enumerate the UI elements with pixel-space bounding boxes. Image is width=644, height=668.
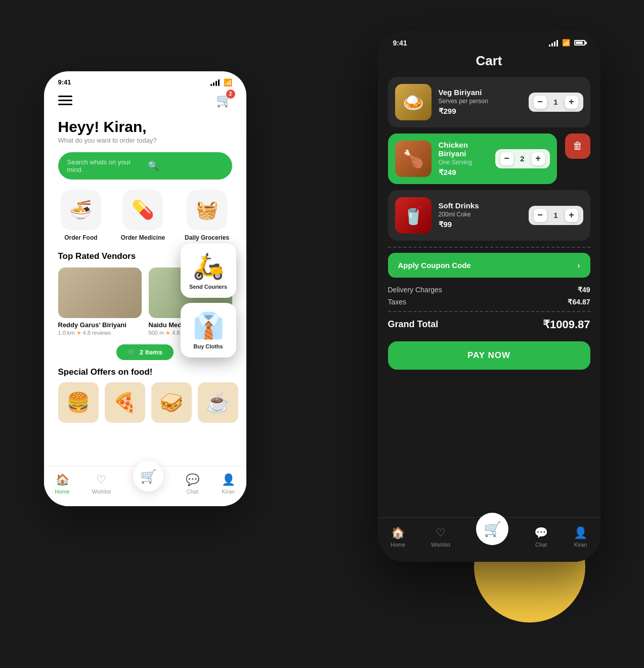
soft-drinks-qty: 1 — [552, 211, 560, 219]
soft-drinks-name: Soft Drinks — [439, 201, 522, 210]
cart-title: Cart — [378, 51, 600, 77]
nav-home-right[interactable]: 🏠 Home — [391, 526, 405, 548]
signal-icon — [210, 79, 220, 86]
status-bar-right: 9:41 📶 — [378, 31, 600, 51]
special-offers-title: Special Offers on food! — [44, 367, 246, 382]
status-icons-left: 📶 — [210, 78, 232, 86]
vendor-card-biriyani[interactable]: Reddy Garus' Biriyani 1.0 km ★ 4.8 revie… — [58, 268, 142, 336]
daily-groceries-icon: 🧺 — [187, 190, 227, 230]
order-food-icon: 🍜 — [61, 190, 101, 230]
category-order-medicine[interactable]: 💊 Order Medicine — [121, 190, 165, 241]
greeting: Heyy! Kiran, What do you want to order t… — [44, 114, 246, 152]
time-left: 9:41 — [58, 78, 71, 86]
order-medicine-label: Order Medicine — [121, 234, 165, 241]
cart-icon[interactable]: 🛒 2 — [216, 93, 232, 108]
nav-profile-right[interactable]: 👤 Kiran — [574, 526, 587, 548]
veg-biriyani-desc: Serves per person — [439, 98, 522, 105]
cart-item-chicken-biriyani: 🍗 Chicken Biriyani One Serving ₹249 − 2 … — [388, 133, 557, 184]
soft-drinks-decrease[interactable]: − — [534, 209, 547, 222]
nav-chat-right[interactable]: 💬 Chat — [534, 526, 548, 548]
veg-biriyani-name: Veg Biriyani — [439, 88, 522, 97]
soft-drinks-increase[interactable]: + — [565, 209, 578, 222]
cart-center-icon: 🛒 — [135, 463, 161, 489]
veg-biriyani-qty: 1 — [552, 98, 560, 106]
heart-icon: ♡ — [96, 473, 106, 486]
nav-wishlist-left[interactable]: ♡ Wishlist — [92, 473, 111, 495]
nav-chat-label-right: Chat — [535, 542, 547, 548]
food-item-sandwich[interactable]: 🥪 — [151, 382, 192, 423]
order-medicine-icon: 💊 — [122, 190, 163, 230]
delivery-charges-row: Delivery Charges ₹49 — [388, 286, 590, 294]
chicken-biriyani-delete[interactable]: 🗑 — [565, 133, 590, 159]
category-daily-groceries[interactable]: 🧺 Daily Groceries — [185, 190, 229, 241]
vendor-meta-biriyani: 1.0 km ★ 4.8 reviews — [58, 330, 142, 336]
delivery-charges-label: Delivery Charges — [388, 286, 442, 294]
chicken-biriyani-price: ₹249 — [439, 168, 488, 177]
wifi-icon-right: 📶 — [562, 39, 570, 47]
coupon-button[interactable]: Apply Coupon Code › — [388, 253, 590, 278]
food-item-pizza[interactable]: 🍕 — [105, 382, 145, 423]
nav-wishlist-label: Wishlist — [92, 488, 111, 495]
vendors-title: Top Rated Vendors — [58, 251, 136, 261]
bottom-nav-left: 🏠 Home ♡ Wishlist 🛒 💬 Chat 👤 Kiran — [44, 466, 246, 506]
heart-icon-right: ♡ — [436, 526, 446, 540]
time-right: 9:41 — [393, 39, 407, 47]
order-food-label: Order Food — [64, 234, 97, 241]
header-left: 🛒 2 — [44, 91, 246, 114]
pay-now-button[interactable]: PAY NOW — [388, 341, 590, 370]
nav-chat-label: Chat — [187, 488, 198, 495]
chat-icon-right: 💬 — [534, 526, 548, 540]
chat-icon-left: 💬 — [186, 473, 199, 486]
veg-biriyani-decrease[interactable]: − — [534, 96, 547, 109]
veg-biriyani-qty-control: − 1 + — [529, 93, 583, 112]
nav-profile-label-right: Kiran — [574, 542, 587, 548]
nav-cart-left[interactable]: 🛒 — [133, 461, 163, 492]
search-bar[interactable]: Search whats on your mind. 🔍 — [58, 152, 232, 180]
soft-drinks-qty-control: − 1 + — [529, 206, 583, 225]
food-item-burger[interactable]: 🍔 — [58, 382, 99, 423]
items-badge[interactable]: 🛒 2 Items — [116, 344, 174, 360]
cart-item-soft-drinks: 🥤 Soft Drinks 200ml Coke ₹99 − 1 + — [388, 190, 590, 241]
grand-total-value: ₹1009.87 — [543, 318, 590, 331]
chicken-biriyani-increase[interactable]: + — [532, 152, 545, 165]
vendor-name-biriyani: Reddy Garus' Biriyani — [58, 321, 142, 329]
cloths-label: Buy Cloths — [193, 343, 223, 349]
veg-biriyani-price: ₹299 — [439, 107, 522, 116]
chicken-biriyani-img: 🍗 — [395, 141, 432, 177]
float-card-cloths[interactable]: 👔 Buy Cloths — [181, 303, 236, 358]
nav-cart-right[interactable]: 🛒 — [476, 513, 508, 545]
soft-drinks-price: ₹99 — [439, 220, 522, 229]
status-icons-right: 📶 — [549, 39, 585, 47]
wifi-icon: 📶 — [224, 78, 232, 86]
vendor-img-biriyani — [58, 268, 142, 318]
nav-home-label: Home — [55, 488, 69, 495]
categories-row: 🍜 Order Food 💊 Order Medicine 🧺 Daily Gr… — [44, 190, 246, 251]
nav-wishlist-label-right: Wishlist — [431, 542, 450, 548]
grand-total-row: Grand Total ₹1009.87 — [388, 318, 590, 331]
food-item-coffee[interactable]: ☕ — [198, 382, 238, 423]
taxes-value: ₹64.87 — [568, 298, 590, 306]
veg-biriyani-increase[interactable]: + — [565, 96, 578, 109]
courier-icon: 🛵 — [193, 251, 224, 281]
category-order-food[interactable]: 🍜 Order Food — [61, 190, 101, 241]
cart-center-icon-right: 🛒 — [478, 515, 506, 543]
nav-profile-left[interactable]: 👤 Kiran — [222, 473, 235, 495]
bottom-nav-right: 🏠 Home ♡ Wishlist 🛒 💬 Chat 👤 Kiran — [378, 517, 600, 562]
divider-1 — [388, 247, 590, 248]
chicken-biriyani-decrease[interactable]: − — [500, 152, 513, 165]
cloths-icon: 👔 — [193, 311, 224, 340]
taxes-label: Taxes — [388, 298, 407, 306]
chicken-biriyani-row: 🍗 Chicken Biriyani One Serving ₹249 − 2 … — [388, 133, 590, 184]
nav-home-left[interactable]: 🏠 Home — [55, 473, 69, 495]
soft-drinks-img: 🥤 — [395, 197, 432, 234]
status-bar-left: 9:41 📶 — [44, 71, 246, 91]
soft-drinks-desc: 200ml Coke — [439, 211, 522, 218]
food-items-row: 🍔 🍕 🥪 ☕ — [44, 382, 246, 423]
signal-icon-right — [549, 39, 558, 47]
nav-chat-left[interactable]: 💬 Chat — [186, 473, 199, 495]
chicken-biriyani-desc: One Serving — [439, 159, 488, 166]
menu-icon[interactable] — [58, 96, 72, 105]
nav-wishlist-right[interactable]: ♡ Wishlist — [431, 526, 450, 548]
float-card-couriers[interactable]: 🛵 Send Couriers — [181, 243, 236, 298]
cart-badge: 2 — [226, 90, 235, 99]
